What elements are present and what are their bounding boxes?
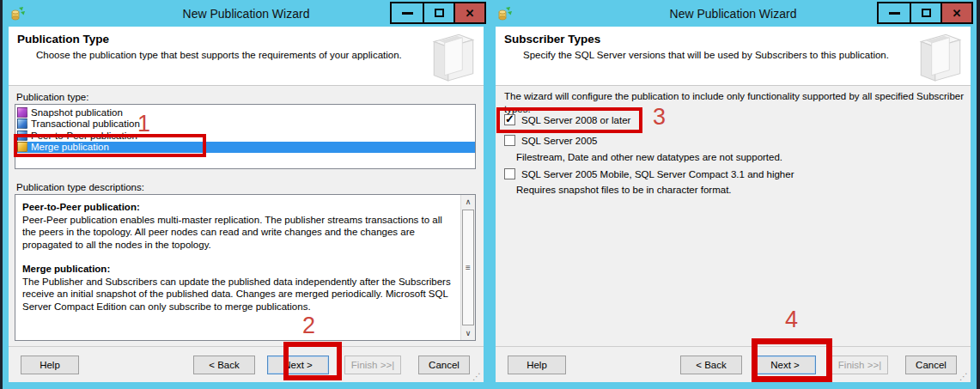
list-item-label: Merge publication bbox=[31, 142, 109, 152]
publication-type-label: Publication type: bbox=[16, 92, 88, 102]
caption-buttons: ✕ bbox=[390, 2, 486, 24]
wizard-header: Publication Type Choose the publication … bbox=[9, 27, 484, 86]
desktop: New Publication Wizard ✕ Publication Typ… bbox=[0, 0, 980, 389]
button-strip: Help < Back Next > Finish >>| Cancel ⋰ bbox=[9, 346, 484, 382]
checkbox[interactable]: ✓ bbox=[504, 135, 515, 146]
vertical-scrollbar[interactable]: ∧ ≡ ∨ bbox=[460, 195, 475, 340]
minimize-button[interactable] bbox=[879, 3, 910, 22]
finish-button[interactable]: Finish >>| bbox=[831, 356, 888, 374]
close-icon: ✕ bbox=[953, 7, 962, 20]
checkbox-sql-2008[interactable]: ✓ SQL Server 2008 or later bbox=[504, 114, 630, 125]
checkbox[interactable]: ✓ bbox=[504, 168, 515, 179]
maximize-button[interactable] bbox=[910, 3, 940, 22]
list-item-label: Transactional publication bbox=[31, 119, 140, 129]
list-item-snapshot[interactable]: Snapshot publication bbox=[15, 106, 475, 119]
titlebar[interactable]: New Publication Wizard ✕ bbox=[3, 0, 490, 27]
checkbox-sql-2005[interactable]: ✓ SQL Server 2005 bbox=[504, 135, 597, 146]
wizard-content: Publication type: Snapshot publication T… bbox=[9, 86, 484, 346]
titlebar[interactable]: New Publication Wizard ✕ bbox=[490, 0, 977, 27]
minimize-button[interactable] bbox=[392, 3, 423, 22]
checkbox-label: SQL Server 2005 bbox=[521, 136, 597, 146]
description-heading: Merge publication: bbox=[22, 263, 453, 276]
list-item-label: Peer-to-Peer publication bbox=[31, 131, 137, 141]
scroll-grip-icon: ≡ bbox=[466, 263, 471, 272]
close-icon: ✕ bbox=[466, 7, 475, 20]
merge-publication-icon bbox=[17, 142, 27, 152]
wizard-book-icon bbox=[914, 29, 967, 86]
wizard-nav-buttons: < Back Next > Finish >>| Cancel bbox=[193, 356, 470, 374]
resize-grip-icon[interactable]: ⋰ bbox=[472, 372, 481, 381]
description-paragraph: Peer-to-Peer publication: Peer-Peer publ… bbox=[22, 201, 453, 251]
next-button[interactable]: Next > bbox=[267, 356, 329, 374]
description-body: The Publisher and Subscribers can update… bbox=[22, 276, 453, 313]
page-title: Subscriber Types bbox=[504, 33, 600, 46]
checkbox-note: Filestream, Date and other new datatypes… bbox=[516, 152, 782, 162]
scroll-down-icon[interactable]: ∨ bbox=[461, 326, 475, 340]
checkbox[interactable]: ✓ bbox=[504, 114, 515, 125]
description-box: Peer-to-Peer publication: Peer-Peer publ… bbox=[15, 194, 476, 341]
checkbox-label: SQL Server 2005 Mobile, SQL Server Compa… bbox=[521, 169, 794, 179]
close-button[interactable]: ✕ bbox=[940, 3, 971, 22]
cancel-button[interactable]: Cancel bbox=[905, 356, 957, 374]
description-heading: Peer-to-Peer publication: bbox=[22, 201, 453, 214]
page-subtitle: Choose the publication type that best su… bbox=[36, 49, 423, 61]
back-button[interactable]: < Back bbox=[193, 356, 255, 374]
resize-grip-icon[interactable]: ⋰ bbox=[959, 372, 968, 381]
cancel-button[interactable]: Cancel bbox=[418, 356, 470, 374]
caption-buttons: ✕ bbox=[877, 2, 973, 24]
checkbox-note: Requires snapshot files to be in charact… bbox=[516, 185, 732, 195]
list-item-peer-to-peer[interactable]: Peer-to-Peer publication bbox=[15, 130, 475, 142]
wizard-header: Subscriber Types Specify the SQL Server … bbox=[496, 27, 971, 86]
scrollbar-thumb[interactable]: ≡ bbox=[462, 210, 474, 325]
next-button[interactable]: Next > bbox=[754, 356, 816, 374]
checkbox-label: SQL Server 2008 or later bbox=[521, 115, 630, 125]
publication-type-window: New Publication Wizard ✕ Publication Typ… bbox=[3, 0, 490, 389]
wizard-book-icon bbox=[427, 29, 480, 86]
checkbox-sql-2005-mobile[interactable]: ✓ SQL Server 2005 Mobile, SQL Server Com… bbox=[504, 168, 794, 179]
list-item-label: Snapshot publication bbox=[31, 107, 123, 118]
page-title: Publication Type bbox=[17, 33, 109, 46]
description-paragraph: Merge publication: The Publisher and Sub… bbox=[22, 263, 453, 313]
close-button[interactable]: ✕ bbox=[453, 3, 484, 22]
list-item-merge[interactable]: Merge publication bbox=[15, 142, 475, 154]
maximize-button[interactable] bbox=[423, 3, 453, 22]
window-body: Publication Type Choose the publication … bbox=[9, 27, 484, 382]
window-body: Subscriber Types Specify the SQL Server … bbox=[496, 27, 971, 382]
publication-type-list[interactable]: Snapshot publication Transactional publi… bbox=[15, 104, 476, 169]
button-strip: Help < Back Next > Finish >>| Cancel ⋰ bbox=[496, 346, 971, 382]
help-button[interactable]: Help bbox=[21, 356, 79, 374]
list-item-transactional[interactable]: Transactional publication bbox=[15, 119, 475, 131]
wizard-content: The wizard will configure the publicatio… bbox=[496, 86, 971, 346]
transactional-publication-icon bbox=[17, 119, 27, 129]
wizard-nav-buttons: < Back Next > Finish >>| Cancel bbox=[680, 356, 957, 374]
maximize-icon bbox=[922, 9, 931, 17]
minimize-icon bbox=[402, 12, 413, 15]
snapshot-publication-icon bbox=[17, 107, 27, 118]
check-icon: ✓ bbox=[505, 112, 514, 125]
description-body: Peer-Peer publication enables multi-mast… bbox=[22, 214, 453, 252]
maximize-icon bbox=[435, 9, 444, 17]
page-subtitle: Specify the SQL Server versions that wil… bbox=[523, 49, 910, 61]
finish-button[interactable]: Finish >>| bbox=[344, 356, 401, 374]
help-button[interactable]: Help bbox=[508, 356, 566, 374]
descriptions-label: Publication type descriptions: bbox=[16, 182, 144, 192]
description-text: Peer-to-Peer publication: Peer-Peer publ… bbox=[15, 195, 460, 340]
minimize-icon bbox=[889, 12, 900, 15]
subscriber-types-window: New Publication Wizard ✕ Subscriber Type… bbox=[490, 0, 977, 389]
intro-text: The wizard will configure the publicatio… bbox=[504, 90, 972, 115]
back-button[interactable]: < Back bbox=[680, 356, 742, 374]
peer-to-peer-publication-icon bbox=[17, 131, 27, 141]
scroll-up-icon[interactable]: ∧ bbox=[461, 195, 475, 209]
